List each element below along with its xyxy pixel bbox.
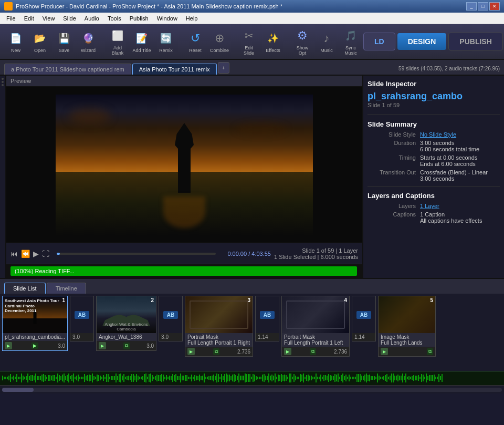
- transition-label: Transition Out: [368, 169, 420, 175]
- slide-play-5[interactable]: ▶: [381, 348, 388, 355]
- slide-duration-ab-3: 1.14: [258, 334, 268, 340]
- sync-music-button[interactable]: Sync Music: [339, 26, 362, 57]
- slide-thumb-5: [379, 296, 435, 333]
- tab-add-button[interactable]: +: [218, 62, 229, 74]
- close-button[interactable]: ✕: [489, 2, 500, 11]
- slide-play-1[interactable]: ▶: [5, 342, 12, 349]
- slide-item-ab-1[interactable]: AB 3.0: [70, 296, 94, 341]
- scroll-track[interactable]: [2, 388, 502, 392]
- add-blank-button[interactable]: Add Blank: [106, 26, 129, 57]
- minimize-button[interactable]: _: [466, 2, 477, 11]
- slide-item-ab-3[interactable]: AB 1.14: [255, 296, 279, 341]
- slide-item-ab-4[interactable]: AB 1.14: [352, 296, 376, 341]
- menu-edit[interactable]: Edit: [20, 14, 38, 23]
- reset-icon: [191, 32, 200, 45]
- menu-help[interactable]: Help: [182, 14, 202, 23]
- layers-value[interactable]: 1 Layer: [420, 203, 500, 209]
- combine-button[interactable]: Combine: [208, 26, 231, 57]
- sync-music-icon: [345, 30, 356, 42]
- tab-1[interactable]: a Photo Tour 2011 Slideshow captioned re…: [4, 64, 131, 75]
- ab-badge-3: AB: [260, 311, 275, 319]
- slide-play-2[interactable]: ▶: [99, 342, 106, 349]
- add-blank-icon: [112, 30, 123, 42]
- preview-content: [6, 87, 362, 243]
- save-label: Save: [59, 48, 70, 53]
- edit-slide-button[interactable]: Edit Slide: [237, 26, 260, 57]
- duration-row: Duration 3.00 seconds 6.00 seconds total…: [368, 140, 500, 152]
- horizontal-scrollbar[interactable]: [0, 385, 504, 393]
- layers-captions-title: Layers and Captions: [368, 192, 500, 200]
- slide-item-3[interactable]: 3 Portrait Mask Full Length Portrait 1 R…: [185, 296, 253, 357]
- slide-list: Southwest Asia Photo TourCardinal PhotoD…: [0, 294, 504, 371]
- ld-button[interactable]: LD: [363, 33, 395, 50]
- slide-copy-icon-2: ⧉: [123, 343, 130, 349]
- duration-values: 3.00 seconds 6.00 seconds total time: [420, 140, 500, 152]
- menu-slide[interactable]: Slide: [59, 14, 80, 23]
- transition-row: Transition Out Crossfade (Blend) - Linea…: [368, 169, 500, 182]
- timeline-tab[interactable]: Timeline: [47, 283, 86, 294]
- menu-file[interactable]: File: [2, 14, 20, 23]
- slide-duration-3: 2.736: [237, 349, 250, 355]
- slide-item-ab-2[interactable]: AB 3.0: [159, 296, 183, 341]
- show-opt-button[interactable]: Show Opt: [291, 26, 314, 57]
- slide-item-5[interactable]: 5 Image Mask Full Length Lands ▶ ⧉: [378, 296, 436, 357]
- save-button[interactable]: Save: [52, 26, 76, 57]
- inspector-divider-1: [368, 115, 500, 115]
- slide-style-value[interactable]: No Slide Style: [420, 131, 500, 138]
- go-start-button[interactable]: ⏮: [10, 250, 18, 258]
- slide-controls-3: ▶ ⧉ 2.736: [185, 347, 253, 356]
- publish-button[interactable]: PUBLISH: [448, 33, 502, 50]
- play-button[interactable]: ▶: [33, 250, 39, 258]
- waveform-display: [2, 374, 502, 384]
- reset-button[interactable]: Reset: [184, 26, 207, 57]
- slide-thumb-4: [282, 296, 349, 333]
- menu-audio[interactable]: Audio: [80, 14, 103, 23]
- fullscreen-button[interactable]: ⛶: [42, 250, 49, 258]
- design-button[interactable]: DESIGN: [397, 33, 447, 50]
- slide-item-4[interactable]: 4 Portrait Mask Full Length Portrait 1 L…: [281, 296, 350, 357]
- new-button[interactable]: New: [4, 26, 27, 57]
- menu-window[interactable]: Window: [153, 14, 182, 23]
- wizard-label: Wizard: [81, 48, 96, 53]
- remix-button[interactable]: Remix: [154, 26, 177, 57]
- effects-button[interactable]: Effects: [261, 26, 285, 57]
- slide-list-tab[interactable]: Slide List: [4, 283, 46, 294]
- combine-label: Combine: [210, 48, 229, 53]
- bottom-tabs: Slide List Timeline: [0, 279, 504, 294]
- slide-name-3: Portrait Mask: [187, 334, 250, 340]
- slide-item-1[interactable]: Southwest Asia Photo TourCardinal PhotoD…: [2, 296, 68, 351]
- slide-inspector: Slide Inspector pl_srahsrang_cambo Slide…: [362, 76, 504, 278]
- open-button[interactable]: Open: [28, 26, 51, 57]
- slide-name-5b: Full Length Lands: [381, 340, 433, 346]
- scroll-thumb[interactable]: [2, 388, 34, 392]
- slide-item-2[interactable]: Angkor Wat & EnvironsCambodia 2 Angkor_W…: [96, 296, 156, 351]
- menu-tools[interactable]: Tools: [103, 14, 125, 23]
- show-opt-icon: [297, 29, 308, 43]
- slide-play-3[interactable]: ▶: [187, 348, 195, 355]
- slide-thumb-3: [185, 296, 253, 333]
- menu-view[interactable]: View: [38, 14, 59, 23]
- slide-play-4[interactable]: ▶: [284, 348, 291, 355]
- music-button[interactable]: Music: [315, 26, 338, 57]
- captions-values: 1 Caption All captions have effects: [420, 211, 500, 224]
- maximize-button[interactable]: □: [478, 2, 488, 11]
- inspector-title: Slide Inspector: [368, 80, 500, 88]
- slide-duration-2: 3.0: [146, 343, 154, 349]
- playback-controls: ⏮ ⏪ ▶ ⛶ 0:00.00 / 4:03.55 Slide 1 of 59 …: [6, 243, 362, 264]
- add-title-button[interactable]: Add Title: [130, 26, 153, 57]
- menu-publish[interactable]: Publish: [125, 14, 153, 23]
- captions-link[interactable]: All captions have effects: [420, 217, 500, 224]
- tab-info: 59 slides (4:03.55), 2 audio tracks (7:2…: [398, 66, 500, 75]
- preview-image: [56, 95, 313, 235]
- playback-progress[interactable]: [57, 253, 216, 255]
- new-icon: [10, 33, 22, 44]
- wizard-button[interactable]: Wizard: [77, 26, 100, 57]
- slide-duration-ab-2: 3.0: [161, 334, 169, 340]
- inspector-slide-num: Slide 1 of 59: [368, 102, 500, 108]
- effects-icon: [267, 33, 279, 44]
- step-back-button[interactable]: ⏪: [21, 250, 30, 258]
- open-label: Open: [34, 48, 46, 53]
- tab-2[interactable]: Asia Photo Tour 2011 remix: [132, 64, 217, 75]
- slide-name-5: Image Mask: [381, 334, 433, 340]
- captions-value[interactable]: 1 Caption: [420, 211, 500, 217]
